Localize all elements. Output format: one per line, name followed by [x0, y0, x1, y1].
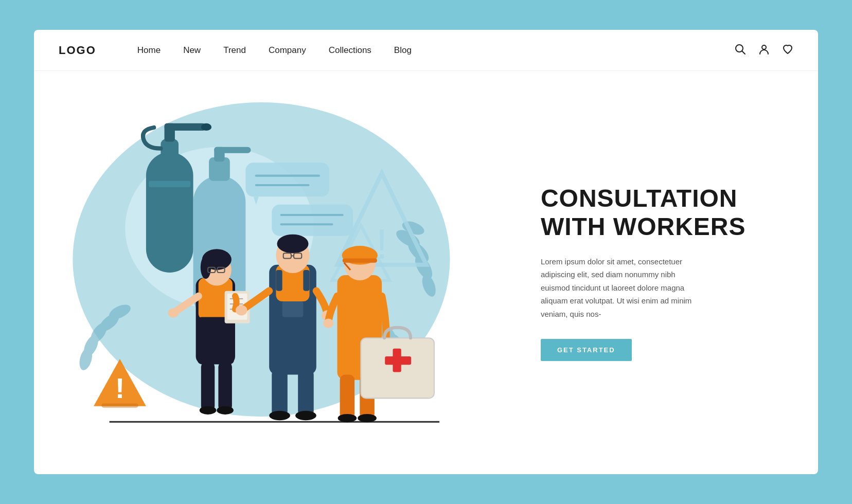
hero-description: Lorem ipsum dolor sit amet, consectetuer…	[541, 255, 705, 321]
svg-point-69	[277, 235, 308, 254]
nav-blog[interactable]: Blog	[394, 45, 412, 56]
svg-point-89	[358, 414, 377, 422]
hero-title: CONSULTATIONWITH WORKERS	[541, 184, 787, 241]
svg-rect-76	[298, 369, 314, 417]
svg-point-2	[762, 45, 766, 49]
nav-new[interactable]: New	[183, 45, 201, 56]
nav-collections[interactable]: Collections	[329, 45, 371, 56]
svg-rect-93	[393, 349, 401, 372]
logo: LOGO	[59, 44, 96, 57]
svg-rect-83	[343, 259, 377, 263]
svg-point-62	[217, 406, 234, 415]
svg-line-1	[742, 51, 745, 54]
svg-rect-31	[245, 163, 329, 196]
nav-links: Home New Trend Company Collections Blog	[137, 45, 735, 56]
nav-icons	[735, 44, 793, 57]
user-icon[interactable]	[758, 44, 770, 57]
search-icon[interactable]	[735, 44, 746, 57]
svg-rect-59	[201, 362, 215, 411]
illustration-side: ! ! !	[34, 71, 520, 474]
main-content: ! ! !	[34, 71, 818, 474]
svg-point-78	[295, 411, 316, 420]
svg-point-58	[168, 308, 179, 317]
svg-point-88	[338, 414, 357, 422]
svg-rect-30	[101, 404, 138, 408]
svg-rect-75	[272, 369, 288, 417]
svg-point-73	[236, 305, 247, 315]
svg-rect-23	[149, 181, 190, 187]
outer-border: LOGO Home New Trend Company Collections …	[25, 21, 827, 483]
svg-rect-65	[276, 270, 282, 291]
nav-trend[interactable]: Trend	[223, 45, 246, 56]
svg-rect-86	[340, 375, 355, 420]
get-started-button[interactable]: GET STARTED	[541, 339, 632, 361]
svg-rect-66	[303, 270, 309, 291]
svg-rect-46	[198, 317, 234, 365]
svg-rect-21	[165, 123, 206, 131]
svg-point-77	[269, 411, 290, 420]
navbar: LOGO Home New Trend Company Collections …	[34, 30, 818, 71]
nav-home[interactable]: Home	[137, 45, 161, 56]
nav-company[interactable]: Company	[269, 45, 306, 56]
svg-rect-35	[272, 205, 353, 236]
page-card: LOGO Home New Trend Company Collections …	[34, 30, 818, 474]
svg-rect-60	[218, 362, 232, 411]
svg-rect-18	[146, 152, 193, 273]
text-side: CONSULTATIONWITH WORKERS Lorem ipsum dol…	[520, 71, 818, 474]
heart-icon[interactable]	[782, 44, 793, 57]
svg-point-61	[200, 406, 217, 415]
svg-point-22	[201, 123, 211, 131]
svg-rect-67	[282, 301, 304, 317]
svg-point-85	[323, 319, 333, 328]
svg-rect-27	[214, 147, 251, 153]
svg-text:!: !	[115, 372, 125, 404]
svg-rect-19	[161, 139, 179, 160]
